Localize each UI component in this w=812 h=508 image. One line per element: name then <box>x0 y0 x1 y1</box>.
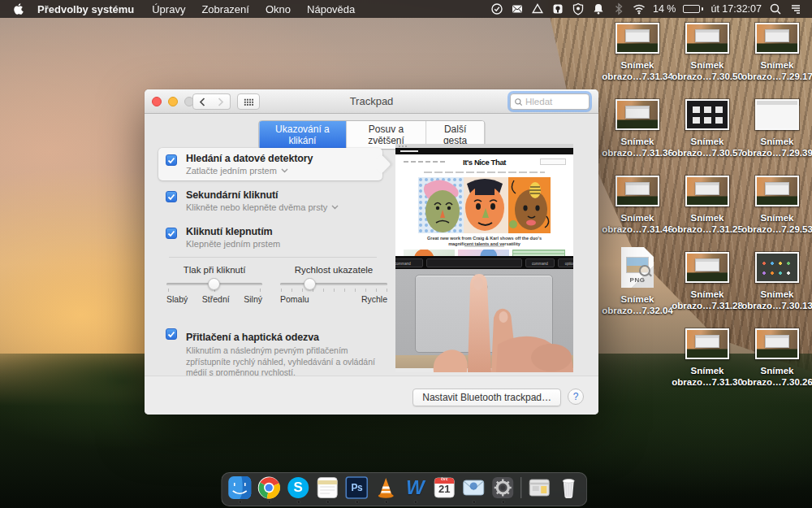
search-input[interactable] <box>525 97 582 106</box>
tick-label: Silný <box>244 294 262 304</box>
apple-menu[interactable] <box>8 2 29 15</box>
desktop-icon[interactable]: Snímek obrazo…7.31.46 <box>603 176 672 252</box>
dock-app[interactable]: čvc 21 <box>432 475 456 503</box>
slider-thumb[interactable] <box>304 278 316 290</box>
file-name: Snímek obrazo…7.30.57 <box>672 136 743 158</box>
option-title: Sekundární kliknutí <box>186 189 376 201</box>
desktop-icon[interactable]: Snímek obrazo…7.30.50 <box>672 23 742 99</box>
status-icon[interactable] <box>551 2 564 15</box>
running-indicator <box>414 501 417 503</box>
option-subtitle: Klikněte nebo klepněte dvěma prsty <box>186 202 376 212</box>
menu-item[interactable]: Úpravy <box>144 3 193 15</box>
menu-item[interactable]: Nápověda <box>299 3 363 15</box>
running-indicator <box>385 501 387 503</box>
status-icon[interactable] <box>490 2 503 15</box>
tick-labels: PomaluRychle <box>280 294 387 304</box>
notification-center-icon[interactable] <box>789 2 802 15</box>
file-name: Snímek obrazo…7.31.25 <box>672 212 743 235</box>
desktop-icon[interactable]: PNG Snímek obrazo…7.32.04 <box>603 252 672 328</box>
desktop-icon[interactable]: Snímek obrazo…7.29.53 <box>742 176 812 252</box>
desktop-icon[interactable]: Snímek obrazo…7.30.13 <box>742 252 812 328</box>
menu-item[interactable]: Předvolby systému <box>29 3 144 15</box>
gesture-option-row[interactable]: Kliknutí klepnutím Klepněte jedním prste… <box>158 221 382 254</box>
dock-app[interactable] <box>520 475 522 503</box>
menu-bar-clock[interactable]: út 17:32:07 <box>710 3 762 15</box>
file-thumbnail <box>615 176 659 206</box>
option-description: Kliknutím a následným pevným přitlačením… <box>186 345 379 376</box>
battery-icon[interactable] <box>683 5 703 13</box>
status-icon[interactable] <box>592 2 605 15</box>
trackpad-preferences-window: Trackpad Ukazování a klikáníPosuv a zvět… <box>145 89 598 415</box>
checkbox[interactable] <box>166 191 177 202</box>
desktop-icon[interactable]: Snímek obrazo…7.29.39 <box>742 99 812 176</box>
file-thumbnail <box>755 23 799 54</box>
dock-app[interactable] <box>315 475 339 503</box>
slider-label: Rychlost ukazatele <box>280 265 387 275</box>
help-button[interactable]: ? <box>568 389 584 405</box>
check-icon <box>167 193 175 201</box>
apple-icon <box>13 2 24 15</box>
desktop-icon[interactable]: Snímek obrazo…7.31.25 <box>672 176 742 252</box>
status-icon[interactable] <box>531 2 544 15</box>
file-name: Snímek obrazo…7.31.46 <box>602 212 673 235</box>
chevron-down-icon[interactable] <box>281 168 288 173</box>
desktop-icon[interactable]: Snímek obrazo…7.31.30 <box>672 328 742 405</box>
dock-app[interactable] <box>227 475 252 503</box>
status-icon[interactable] <box>572 2 585 15</box>
checkbox[interactable] <box>166 328 177 340</box>
dock-app[interactable]: W <box>403 475 427 503</box>
dock-app[interactable] <box>257 475 281 503</box>
setup-bluetooth-trackpad-button[interactable]: Nastavit Bluetooth trackpad… <box>412 389 561 406</box>
status-icon[interactable] <box>511 2 524 15</box>
checkbox[interactable] <box>166 154 177 166</box>
dock-app[interactable]: Ps <box>344 475 369 503</box>
check-icon <box>167 230 175 237</box>
tab[interactable]: Ukazování a klikání <box>259 121 347 149</box>
check-icon <box>167 331 175 338</box>
slider-track[interactable] <box>280 283 387 285</box>
battery-percent[interactable]: 14 % <box>653 3 676 15</box>
haptic-option-row[interactable]: Přitlačení a haptická odezva Kliknutím a… <box>158 327 392 376</box>
spotlight-search-icon[interactable] <box>769 2 782 15</box>
mini-tagline <box>424 172 545 173</box>
png-badge: PNG <box>621 276 654 284</box>
slider-track[interactable] <box>166 283 262 285</box>
dock-app[interactable] <box>556 475 581 503</box>
file-thumbnail <box>685 23 729 54</box>
search-field[interactable] <box>510 93 590 110</box>
tick-marks <box>280 289 387 293</box>
status-icon[interactable] <box>633 2 646 15</box>
file-name: Snímek obrazo…7.31.30 <box>672 365 743 388</box>
option-title: Kliknutí klepnutím <box>186 226 376 237</box>
gesture-option-row[interactable]: Hledání a datové detektory Zatlačte jedn… <box>158 148 382 180</box>
dock-app[interactable] <box>374 475 398 503</box>
file-thumbnail <box>685 176 729 206</box>
dock-app[interactable] <box>490 475 515 503</box>
title-bar[interactable]: Trackpad <box>145 89 598 114</box>
status-icon[interactable] <box>612 2 625 15</box>
checkbox[interactable] <box>166 228 177 239</box>
gesture-option-row[interactable]: Sekundární kliknutí Klikněte nebo klepně… <box>158 185 382 217</box>
tick-labels: SlabýStředníSilný <box>166 294 262 304</box>
desktop-icon[interactable]: Snímek obrazo…7.31.34 <box>603 23 672 99</box>
option-title: Hledání a datové detektory <box>186 153 376 164</box>
desktop-icon[interactable]: Snímek obrazo…7.29.17 <box>742 23 812 99</box>
dock-app[interactable]: S <box>286 475 310 503</box>
desktop-icon[interactable]: Snímek obrazo…7.30.57 <box>672 99 742 176</box>
slider-thumb[interactable] <box>208 278 220 290</box>
desktop-icon[interactable]: Snímek obrazo…7.31.36 <box>603 99 672 176</box>
desktop-icon[interactable]: Snímek obrazo…7.30.26 <box>742 328 812 405</box>
desktop-icons: Snímek obrazo…7.31.34 Snímek obrazo…7.30… <box>603 23 812 405</box>
dock-app[interactable] <box>527 475 551 503</box>
menu-item[interactable]: Okno <box>257 3 299 15</box>
check-icon <box>167 157 175 164</box>
menu-item[interactable]: Zobrazení <box>193 3 257 15</box>
preferences-pane: Ukazování a klikáníPosuv a zvětšeníDalší… <box>145 114 598 376</box>
file-name: Snímek obrazo…7.31.36 <box>602 136 673 158</box>
desktop-icon[interactable]: Snímek obrazo…7.31.28 <box>672 252 742 328</box>
dock-app-icon <box>403 475 427 500</box>
dock-app[interactable] <box>461 475 486 503</box>
running-indicator <box>297 501 300 503</box>
file-thumbnail: PNG <box>621 247 654 288</box>
chevron-down-icon[interactable] <box>331 205 339 210</box>
